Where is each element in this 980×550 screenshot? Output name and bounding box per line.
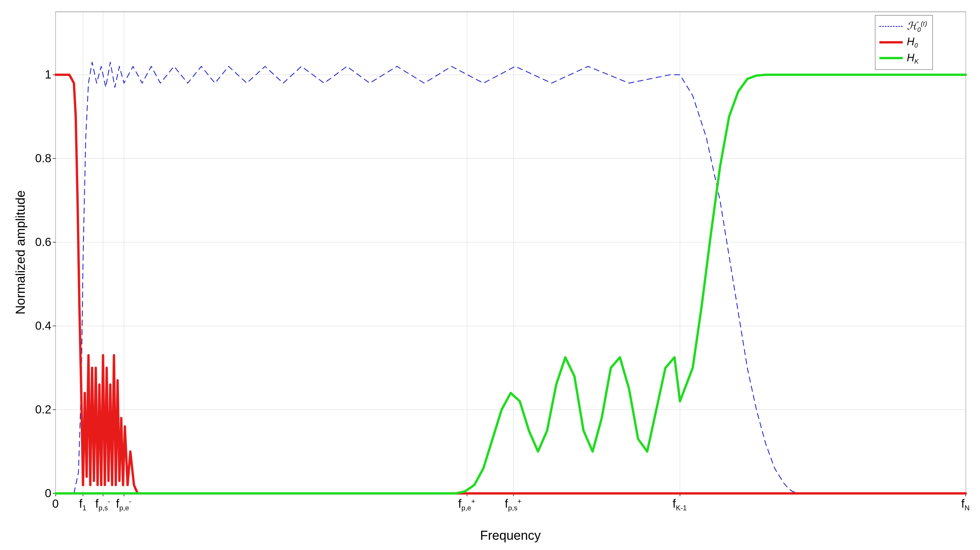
x-tick-label: fp,s+ [505,497,522,512]
series-H0 [56,75,966,493]
legend-item-HK: HK [880,50,927,66]
plot-svg [56,12,966,493]
legend-swatch-icon [880,41,903,43]
x-tick-label: fK-1 [673,497,687,512]
legend-swatch-icon [880,57,903,59]
y-axis-title: Normalized amplitude [13,190,28,314]
x-tick-label: fN [961,497,969,512]
x-tick-label: 0 [52,497,59,510]
y-tick-label: 0.2 [35,403,51,416]
series-H0r [56,62,966,493]
legend-label: ℋ0(r) [907,18,927,34]
legend-label: H0 [907,34,918,50]
y-tick-label: 0.4 [35,319,51,332]
series-HK [56,75,966,493]
chart-container: Frequency Normalized amplitude ℋ0(r)H0HK… [0,0,980,550]
y-tick-label: 1 [45,68,51,81]
legend-item-H0r: ℋ0(r) [880,18,927,34]
x-tick-label: fp,s- [95,497,110,512]
plot-area [56,12,966,494]
y-tick-label: 0.6 [35,236,51,249]
legend-label: HK [907,50,918,66]
y-tick-label: 0.8 [35,152,51,165]
x-tick-label: fp,e- [116,497,132,512]
x-axis-title: Frequency [480,528,541,543]
y-tick-label: 0 [45,487,51,500]
x-tick-label: fp,e+ [458,497,476,512]
legend-item-H0: H0 [880,34,927,50]
x-tick-label: f1 [79,497,86,512]
legend-swatch-icon [880,26,903,27]
legend: ℋ0(r)H0HK [875,15,933,70]
